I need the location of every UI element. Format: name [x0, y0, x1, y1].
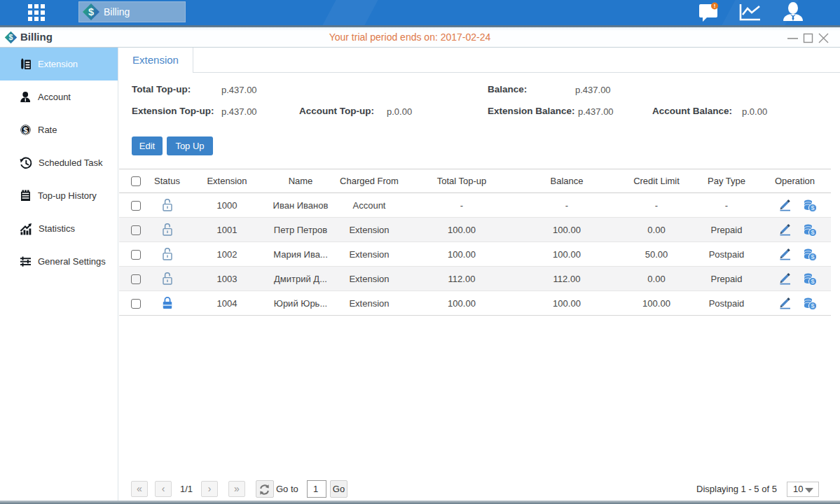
svg-text:$: $	[88, 6, 94, 18]
svg-text:$: $	[23, 126, 28, 134]
svg-text:$: $	[9, 33, 13, 41]
svg-text:!: !	[714, 3, 716, 9]
